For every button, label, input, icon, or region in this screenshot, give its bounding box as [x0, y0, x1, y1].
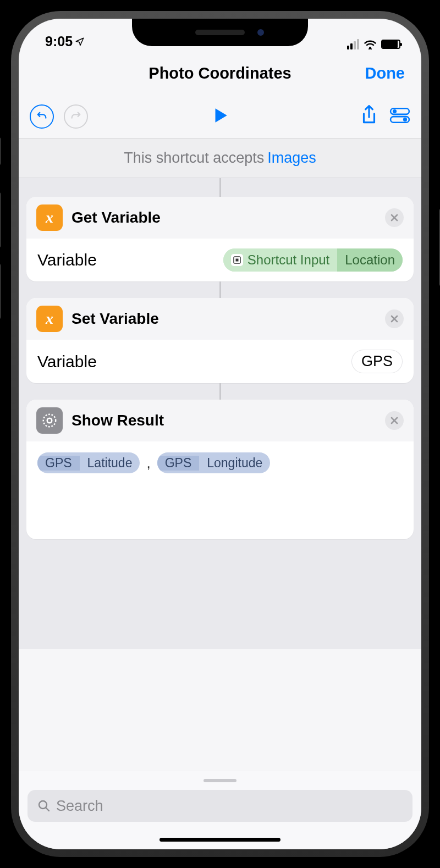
toolbar: [19, 95, 421, 139]
param-label: Variable: [37, 352, 97, 371]
accepts-text: This shortcut accepts: [124, 150, 264, 167]
action-title: Set Variable: [72, 310, 159, 328]
search-placeholder: Search: [56, 798, 103, 815]
search-icon: [37, 799, 51, 812]
volume-up-button: [0, 192, 1, 247]
action-show-result[interactable]: Show Result GPS Latitude , GPS Longitude: [26, 400, 414, 539]
param-label: Variable: [37, 251, 97, 269]
svg-point-0: [369, 47, 371, 49]
screen: 9:05 Photo Coordinates Done: [19, 19, 421, 849]
token-text: GPS: [157, 456, 200, 471]
close-icon: [390, 416, 399, 425]
front-camera: [257, 29, 264, 36]
phone-bezel: 9:05 Photo Coordinates Done: [11, 11, 429, 857]
connector: [219, 383, 221, 400]
remove-action-button[interactable]: [385, 411, 404, 430]
redo-icon: [70, 110, 82, 123]
separator: ,: [144, 455, 152, 472]
clock-text: 9:05: [45, 34, 73, 49]
phone-frame: 9:05 Photo Coordinates Done: [0, 0, 440, 868]
action-title: Get Variable: [72, 209, 161, 226]
variable-name-field[interactable]: GPS: [351, 350, 403, 373]
action-set-variable[interactable]: x Set Variable Variable GPS: [26, 298, 414, 383]
variable-token-gps-latitude[interactable]: GPS Latitude: [37, 452, 140, 473]
svg-point-7: [43, 414, 56, 427]
volume-down-button: [0, 264, 1, 319]
svg-point-4: [403, 117, 407, 121]
play-button[interactable]: [211, 106, 229, 127]
undo-button[interactable]: [30, 104, 54, 129]
home-indicator[interactable]: [160, 838, 280, 842]
variable-token-gps-longitude[interactable]: GPS Longitude: [157, 452, 271, 473]
connector: [219, 178, 221, 197]
toggles-icon: [389, 105, 410, 126]
accepts-bar[interactable]: This shortcut accepts Images: [19, 139, 421, 178]
share-icon: [359, 105, 380, 126]
nav-header: Photo Coordinates Done: [19, 52, 421, 95]
status-time: 9:05: [45, 34, 85, 49]
close-icon: [390, 213, 399, 222]
action-get-variable[interactable]: x Get Variable Variable Shortcut Input L…: [26, 197, 414, 281]
page-title: Photo Coordinates: [148, 64, 291, 82]
notch: [132, 19, 308, 46]
connector: [219, 281, 221, 298]
search-input[interactable]: Search: [28, 790, 413, 822]
variable-token-shortcut-input[interactable]: Shortcut Input Location: [223, 248, 403, 272]
settings-toggle-button[interactable]: [389, 105, 410, 128]
share-button[interactable]: [359, 105, 380, 128]
variable-icon: x: [36, 306, 63, 332]
svg-rect-6: [235, 259, 238, 262]
svg-point-8: [47, 418, 52, 423]
token-detail: Longitude: [199, 456, 270, 471]
action-title: Show Result: [72, 412, 164, 429]
speaker: [195, 30, 245, 35]
token-detail: Location: [337, 248, 403, 272]
accepts-type-link[interactable]: Images: [267, 150, 316, 167]
result-text-field[interactable]: GPS Latitude , GPS Longitude: [26, 441, 414, 539]
location-arrow-icon: [75, 37, 85, 47]
redo-button[interactable]: [64, 104, 88, 129]
remove-action-button[interactable]: [385, 208, 404, 227]
drag-handle[interactable]: [204, 779, 237, 782]
cell-signal-icon: [347, 39, 359, 49]
variable-icon: x: [36, 204, 63, 231]
gear-icon: [36, 407, 63, 434]
svg-point-2: [393, 109, 397, 113]
token-detail: Latitude: [80, 456, 140, 471]
input-box-icon: [231, 254, 243, 266]
play-icon: [211, 106, 229, 125]
close-icon: [390, 314, 399, 323]
undo-icon: [36, 110, 48, 123]
side-button: [0, 137, 1, 165]
done-button[interactable]: Done: [365, 64, 405, 82]
remove-action-button[interactable]: [385, 309, 404, 328]
wifi-icon: [364, 38, 377, 49]
workflow-canvas: x Get Variable Variable Shortcut Input L…: [19, 178, 421, 649]
battery-icon: [381, 40, 400, 49]
token-text: Shortcut Input: [248, 252, 329, 268]
token-text: GPS: [37, 456, 80, 471]
